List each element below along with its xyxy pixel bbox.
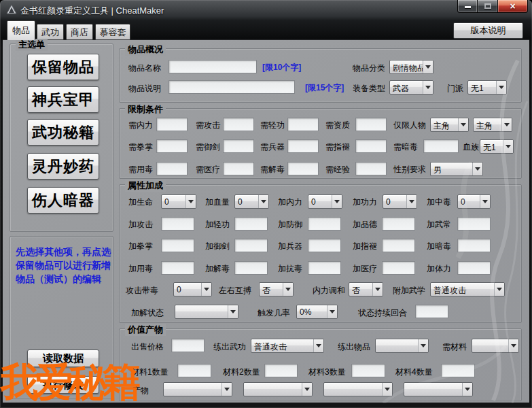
- tab-items[interactable]: 物品: [7, 20, 35, 40]
- bonus-antidote-input[interactable]: [234, 261, 268, 275]
- client-area: 主选单 保留物品 神兵宝甲 武功秘籍 灵丹妙药 伤人暗器 先选择其他项，再点选保…: [3, 39, 529, 403]
- bonus-virtue-input[interactable]: [382, 217, 415, 231]
- product-select-1[interactable]: [163, 382, 232, 396]
- chevron-down-icon: [221, 383, 232, 396]
- bonus-hp-value: 0: [235, 195, 258, 208]
- bonus-medical-input[interactable]: [382, 261, 415, 275]
- status-duration-input[interactable]: [415, 305, 448, 318]
- equip-type-select[interactable]: 武器: [389, 80, 433, 95]
- menu-button-martial-books[interactable]: 武功秘籍: [27, 119, 99, 146]
- bonus-gongli-select[interactable]: 0: [383, 194, 417, 209]
- tab-label: 武功: [41, 27, 59, 39]
- req-exp-input[interactable]: [355, 162, 387, 175]
- req-aptitude-input[interactable]: [355, 118, 387, 131]
- menu-button-hidden-weapons[interactable]: 伤人暗器: [27, 187, 99, 214]
- value-products-title: 价值产物: [125, 324, 166, 336]
- bonus-resist-input[interactable]: [308, 261, 341, 275]
- menu-button-elixirs[interactable]: 灵丹妙药: [27, 153, 99, 180]
- req-finger-input[interactable]: [355, 139, 387, 153]
- req-medical-input[interactable]: [223, 162, 254, 175]
- bonus-sword-input[interactable]: [234, 239, 268, 252]
- inner-harmony-select[interactable]: 否: [349, 282, 383, 296]
- item-overview-title: 物品概况: [125, 44, 166, 56]
- read-data-button[interactable]: 读取数据: [27, 350, 99, 367]
- bonus-finger-input[interactable]: [382, 239, 415, 252]
- train-skill-value: 普通攻击: [251, 339, 313, 352]
- req-poison-input[interactable]: [156, 162, 188, 175]
- bonus-hp-select[interactable]: 0: [234, 194, 269, 209]
- product-label: 产物: [132, 385, 149, 396]
- value-products-group: 价值产物 出售价格 练出武功 普通攻击 练出物品 需材料 材料1数量 材料2数量…: [119, 328, 522, 401]
- bonus-stamina-input[interactable]: [457, 261, 491, 275]
- chevron-down-icon: [327, 305, 337, 318]
- extra-skill-select[interactable]: 普通攻击: [430, 282, 505, 296]
- req-field-label: 需用毒: [128, 164, 153, 175]
- sect-select[interactable]: 无1: [467, 80, 507, 95]
- chevron-down-icon: [458, 118, 468, 131]
- sidebar-hint-text: 先选择其他项，再点选保留物品可以进行新增物品（测试）的编辑: [16, 245, 112, 286]
- blood-clan-select[interactable]: 无1: [480, 139, 514, 154]
- req-weapon-input[interactable]: [287, 139, 319, 153]
- train-skill-label: 练出武功: [213, 341, 246, 353]
- menu-button-keep-items[interactable]: 保留物品: [27, 54, 99, 80]
- title-bar[interactable]: 金书红颜录重定义工具 | CheatMaker ×: [0, 0, 532, 19]
- product-select-2[interactable]: [243, 382, 313, 396]
- item-category-select[interactable]: 剧情物品: [389, 60, 433, 74]
- attack-poison-select[interactable]: 0: [173, 282, 212, 296]
- chevron-down-icon: [406, 195, 416, 208]
- bonus-weapon-input[interactable]: [308, 239, 341, 252]
- req-qinggong-input[interactable]: [287, 118, 319, 131]
- close-button[interactable]: ×: [497, 0, 528, 13]
- version-notes-button[interactable]: 版本说明: [453, 22, 523, 39]
- gender-req-select[interactable]: 男: [430, 162, 483, 176]
- train-item-select[interactable]: [375, 339, 429, 353]
- person-only-select-1[interactable]: 主角: [430, 118, 469, 132]
- person-only-select-2[interactable]: 主角: [473, 118, 512, 132]
- material3-qty-input[interactable]: [351, 364, 385, 377]
- bonus-fist-input[interactable]: [161, 239, 194, 252]
- tab-murong-set[interactable]: 慕容套: [95, 24, 130, 40]
- material1-qty-input[interactable]: [177, 364, 211, 377]
- apply-modify-button[interactable]: 执行修改: [27, 376, 99, 394]
- bonus-attack-input[interactable]: [161, 217, 194, 231]
- req-antidote-input[interactable]: [287, 162, 319, 175]
- tab-martial[interactable]: 武功: [37, 24, 64, 40]
- train-skill-select[interactable]: 普通攻击: [251, 339, 324, 353]
- bonus-neili-select[interactable]: 0: [308, 194, 342, 209]
- tab-shop[interactable]: 商店: [66, 24, 93, 40]
- sect-value: 无1: [468, 81, 496, 94]
- req-darkpoison-input[interactable]: [423, 139, 459, 153]
- trigger-chance-select[interactable]: 0%: [296, 305, 338, 319]
- material4-qty-input[interactable]: [441, 364, 475, 377]
- product-select-4[interactable]: [404, 382, 473, 396]
- status-effect-select[interactable]: [175, 305, 238, 319]
- bonus-darkpoison-input[interactable]: [457, 239, 491, 252]
- sell-price-input[interactable]: [171, 339, 205, 352]
- req-neili-input[interactable]: [156, 118, 188, 131]
- req-sword-input[interactable]: [223, 139, 254, 153]
- need-material-select[interactable]: [472, 339, 519, 353]
- bonus-wuchang-input[interactable]: [457, 217, 491, 231]
- status-effect-value: [175, 305, 228, 318]
- dual-wield-select[interactable]: 否: [259, 282, 294, 296]
- item-name-input[interactable]: [169, 60, 257, 73]
- item-desc-input[interactable]: [169, 80, 295, 94]
- dual-wield-value: 否: [260, 283, 283, 296]
- equip-type-value: 武器: [390, 81, 423, 94]
- bonus-defense-input[interactable]: [308, 217, 341, 231]
- chevron-down-icon: [480, 195, 490, 208]
- bonus-poison-input[interactable]: [161, 261, 194, 275]
- bonus-life-select[interactable]: 0: [161, 194, 196, 209]
- bonus-qinggong-input[interactable]: [234, 217, 268, 231]
- maximize-button[interactable]: [478, 0, 497, 13]
- menu-button-weapons-armor[interactable]: 神兵宝甲: [27, 86, 99, 113]
- req-attack-input[interactable]: [223, 118, 254, 131]
- minimize-button[interactable]: [457, 0, 478, 13]
- material-qty-label: 材料4数量: [395, 367, 433, 378]
- req-fist-input[interactable]: [156, 139, 188, 153]
- bonus-combo-label: 加内力: [278, 197, 302, 208]
- product-select-3[interactable]: [323, 382, 393, 396]
- chevron-down-icon: [418, 339, 428, 352]
- material2-qty-input[interactable]: [264, 364, 298, 377]
- bonus-poisoned-select[interactable]: 0: [457, 194, 491, 209]
